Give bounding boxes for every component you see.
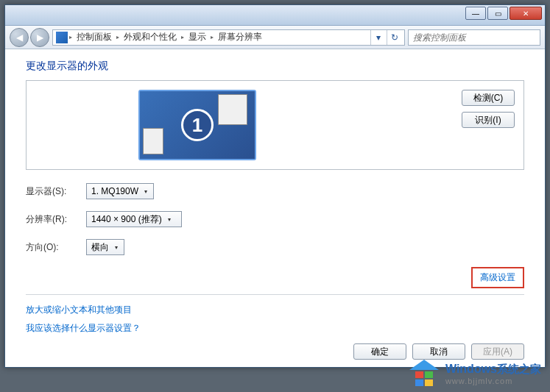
address-end: ▾ ↻ <box>370 30 401 45</box>
watermark-brand: Windows <box>445 363 497 375</box>
watermark-brand-cn: 系统之家 <box>497 363 541 375</box>
forward-button[interactable]: ▶ <box>30 28 49 47</box>
address-dropdown[interactable]: ▾ <box>370 30 385 45</box>
nav-buttons: ◀ ▶ <box>10 28 49 47</box>
breadcrumb-sep: ▸ <box>69 34 72 40</box>
mini-window-icon <box>143 128 163 154</box>
watermark-url: www.bjjmlv.com <box>445 377 541 385</box>
breadcrumb-item[interactable]: 控制面板 <box>74 31 115 43</box>
address-bar[interactable]: ▸ 控制面板 ▸ 外观和个性化 ▸ 显示 ▸ 屏幕分辨率 ▾ ↻ <box>52 29 405 46</box>
orientation-label: 方向(O): <box>26 241 86 254</box>
mini-window-icon <box>218 94 247 125</box>
monitor-inner: 1 <box>140 91 255 159</box>
chevron-down-icon: ▾ <box>115 244 118 251</box>
advanced-settings-link[interactable]: 高级设置 <box>471 267 524 288</box>
breadcrumb-sep: ▸ <box>181 34 184 40</box>
house-logo-icon <box>409 360 440 388</box>
display-label: 显示器(S): <box>26 185 86 198</box>
zoom-text-link[interactable]: 放大或缩小文本和其他项目 <box>26 304 524 316</box>
refresh-button[interactable]: ↻ <box>387 30 401 45</box>
watermark: Windows系统之家 www.bjjmlv.com <box>409 360 541 388</box>
display-value: 1. MQ190W <box>91 186 138 196</box>
settings-form: 显示器(S): 1. MQ190W ▾ 分辨率(R): 1440 × 900 (… <box>26 183 524 255</box>
cancel-button[interactable]: 取消 <box>412 343 465 360</box>
breadcrumb-item[interactable]: 屏幕分辨率 <box>215 31 265 43</box>
breadcrumb-item[interactable]: 显示 <box>186 31 209 43</box>
resolution-row: 分辨率(R): 1440 × 900 (推荐) ▾ <box>26 211 524 227</box>
page-title: 更改显示器的外观 <box>26 60 524 73</box>
maximize-button[interactable]: ▭ <box>487 7 508 20</box>
display-preview-box: 1 检测(C) 识别(I) <box>26 80 524 170</box>
help-links: 放大或缩小文本和其他项目 我应该选择什么显示器设置？ <box>26 304 524 335</box>
preview-side-buttons: 检测(C) 识别(I) <box>462 90 515 128</box>
breadcrumb-sep: ▸ <box>211 34 214 40</box>
orientation-dropdown[interactable]: 横向 ▾ <box>86 239 124 255</box>
orientation-value: 横向 <box>91 241 109 254</box>
close-button[interactable]: ✕ <box>510 7 542 20</box>
divider <box>26 294 524 295</box>
control-panel-icon <box>56 32 68 43</box>
chevron-down-icon: ▾ <box>168 216 171 223</box>
watermark-text: Windows系统之家 www.bjjmlv.com <box>445 363 541 385</box>
navbar: ◀ ▶ ▸ 控制面板 ▸ 外观和个性化 ▸ 显示 ▸ 屏幕分辨率 ▾ ↻ <box>5 26 545 49</box>
breadcrumb-sep: ▸ <box>116 34 119 40</box>
apply-button[interactable]: 应用(A) <box>471 343 524 360</box>
control-panel-window: — ▭ ✕ ◀ ▶ ▸ 控制面板 ▸ 外观和个性化 ▸ 显示 ▸ 屏幕分辨率 ▾… <box>4 4 546 368</box>
chevron-down-icon: ▾ <box>144 188 147 195</box>
monitor-number: 1 <box>181 109 214 141</box>
breadcrumb-item[interactable]: 外观和个性化 <box>121 31 180 43</box>
advanced-link-row: 高级设置 <box>26 267 524 288</box>
detect-button[interactable]: 检测(C) <box>462 90 515 106</box>
footer-buttons: 确定 取消 应用(A) <box>353 343 524 360</box>
resolution-value: 1440 × 900 (推荐) <box>91 213 162 226</box>
orientation-row: 方向(O): 横向 ▾ <box>26 239 524 255</box>
ok-button[interactable]: 确定 <box>353 343 406 360</box>
search-input[interactable] <box>413 32 535 43</box>
resolution-label: 分辨率(R): <box>26 213 86 226</box>
display-dropdown[interactable]: 1. MQ190W ▾ <box>86 183 154 199</box>
monitor-preview[interactable]: 1 <box>138 90 256 160</box>
resolution-dropdown[interactable]: 1440 × 900 (推荐) ▾ <box>86 211 182 227</box>
minimize-button[interactable]: — <box>465 7 486 20</box>
titlebar: — ▭ ✕ <box>5 5 545 26</box>
help-choose-link[interactable]: 我应该选择什么显示器设置？ <box>26 322 524 335</box>
search-box[interactable] <box>408 29 540 46</box>
back-button[interactable]: ◀ <box>10 28 29 47</box>
display-row: 显示器(S): 1. MQ190W ▾ <box>26 183 524 199</box>
identify-button[interactable]: 识别(I) <box>462 112 515 128</box>
content-area: 更改显示器的外观 1 检测(C) 识别(I) 显示器(S): 1. MQ190W… <box>5 49 545 367</box>
